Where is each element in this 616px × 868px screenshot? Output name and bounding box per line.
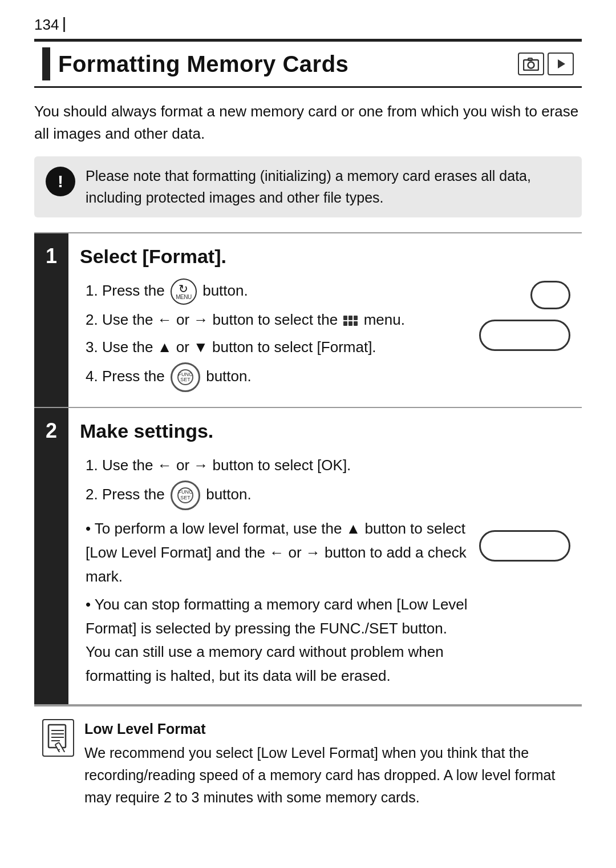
title-bar: Formatting Memory Cards: [34, 39, 582, 88]
step-1-diagrams: [479, 278, 570, 351]
grid-cell: [354, 321, 358, 326]
note-box: Low Level Format We recommend you select…: [34, 705, 582, 820]
note-title: Low Level Format: [84, 718, 574, 740]
func-set-button-2: FUNCSET: [171, 481, 200, 510]
step-2-row: 1. Use the ← or → button to select [OK].…: [80, 454, 570, 693]
button-diagram-wide-2: [479, 530, 570, 562]
step-2-bullet-2: You can stop formatting a memory card wh…: [86, 593, 468, 688]
step-1-content: Select [Format]. 1. Press the ↻ MENU but…: [68, 233, 582, 407]
step-1-number-col: 1: [34, 233, 68, 407]
svg-point-1: [528, 62, 534, 68]
grid-cell: [354, 316, 358, 320]
or-text-3: or: [176, 457, 189, 474]
menu-icon-shape: ↻: [179, 283, 188, 294]
step-2-number-col: 2: [34, 408, 68, 704]
note-text: We recommend you select [Low Level Forma…: [84, 742, 574, 808]
grid-cell: [343, 316, 347, 320]
intro-text: You should always format a new memory ca…: [34, 100, 582, 145]
or-text-4: or: [289, 544, 302, 561]
step-2-number: 2: [46, 416, 57, 446]
svg-marker-3: [558, 59, 565, 68]
play-icon-box: [548, 53, 574, 75]
step-2-item-1: 1. Use the ← or → button to select [OK].: [86, 454, 468, 478]
func-set-button-1: FUNCSET: [171, 362, 200, 392]
step-1-item-3: 3. Use the ▲ or ▼ button to select [Form…: [86, 336, 468, 360]
note-icon: [42, 719, 74, 757]
step-2: 2 Make settings. 1. Use the ← or → butto…: [34, 407, 582, 705]
step-1-body: 1. Press the ↻ MENU button. 2. Use the ←…: [80, 278, 468, 392]
or-text-1: or: [176, 311, 189, 328]
title-left: Formatting Memory Cards: [42, 47, 348, 80]
func-btn-inner-1: FUNCSET: [177, 369, 193, 385]
note-content: Low Level Format We recommend you select…: [84, 718, 574, 809]
step-2-body: 1. Use the ← or → button to select [OK].…: [80, 454, 468, 688]
step-1-number: 1: [46, 241, 57, 271]
step-2-instructions: 1. Use the ← or → button to select [OK].…: [80, 454, 468, 693]
or-text-2: or: [176, 338, 189, 356]
title-icons: [518, 53, 574, 75]
warning-icon: !: [46, 167, 75, 196]
step-1-item-1: 1. Press the ↻ MENU button.: [86, 278, 468, 305]
step-2-list: 1. Use the ← or → button to select [OK].…: [80, 454, 468, 511]
note-svg-icon: [47, 724, 69, 752]
step-1-item-4: 4. Press the FUNCSET button.: [86, 362, 468, 392]
step-2-bullets: To perform a low level format, use the ▲…: [80, 517, 468, 688]
grid-cell: [343, 321, 347, 326]
step-1-item-2: 2. Use the ← or → button to select the m…: [86, 308, 468, 332]
page-number-container: 134: [34, 17, 582, 32]
menu-label: MENU: [176, 294, 191, 300]
step-2-title: Make settings.: [80, 417, 570, 445]
menu-grid-icon: [343, 316, 358, 326]
title-accent: [42, 47, 50, 80]
step-1: 1 Select [Format]. 1. Press the ↻ MENU b…: [34, 232, 582, 407]
step-2-item-2: 2. Press the FUNCSET button.: [86, 481, 468, 510]
page-title: Formatting Memory Cards: [58, 47, 348, 80]
grid-cell: [348, 321, 352, 326]
step-1-row: 1. Press the ↻ MENU button. 2. Use the ←…: [80, 278, 570, 395]
button-diagram-wide: [479, 320, 570, 351]
func-btn-inner-2: FUNCSET: [177, 487, 193, 503]
camera-icon-box: [518, 53, 544, 75]
step-1-instructions: 1. Press the ↻ MENU button. 2. Use the ←…: [80, 278, 468, 395]
step-1-list: 1. Press the ↻ MENU button. 2. Use the ←…: [80, 278, 468, 392]
step-2-bullet-1: To perform a low level format, use the ▲…: [86, 517, 468, 588]
menu-button: ↻ MENU: [171, 278, 197, 305]
button-diagram-round: [530, 281, 570, 309]
step-2-content: Make settings. 1. Use the ← or → button …: [68, 408, 582, 704]
page-number: 134: [34, 17, 65, 32]
grid-cell: [348, 316, 352, 320]
step-2-diagrams: [479, 454, 570, 562]
warning-box: ! Please note that formatting (initializ…: [34, 156, 582, 217]
step-1-title: Select [Format].: [80, 243, 570, 271]
warning-text: Please note that formatting (initializin…: [86, 165, 570, 208]
